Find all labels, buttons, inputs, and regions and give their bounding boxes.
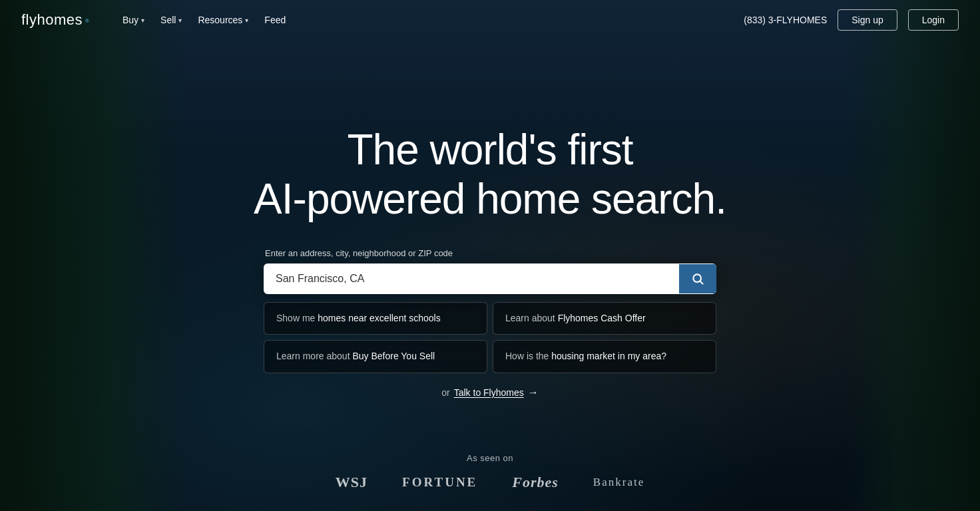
nav-item-buy[interactable]: Buy ▾ (116, 11, 151, 29)
talk-to-flyhomes-link[interactable]: or Talk to Flyhomes → (441, 387, 539, 399)
phone-number: (833) 3-FLYHOMES (744, 15, 827, 25)
search-button[interactable] (679, 264, 716, 293)
signup-button[interactable]: Sign up (838, 9, 897, 31)
nav-item-resources[interactable]: Resources ▾ (191, 11, 255, 29)
suggestion-chips: Show me homes near excellent schools Lea… (264, 302, 716, 373)
suggestion-chip-cash-offer[interactable]: Learn about Flyhomes Cash Offer (493, 302, 716, 335)
search-input[interactable] (264, 263, 679, 294)
search-bar (264, 263, 716, 294)
chip-bbs-highlight: Buy Before You Sell (352, 351, 435, 361)
nav-resources-label: Resources (198, 15, 242, 25)
publication-logos: WSJ FORTUNE Forbes Bankrate (336, 474, 644, 491)
fortune-logo: FORTUNE (402, 475, 477, 490)
logo-registered: ® (85, 18, 89, 24)
hero-line1: The world's first (254, 126, 726, 175)
nav-links: Buy ▾ Sell ▾ Resources ▾ Feed (116, 11, 744, 29)
buy-chevron-icon: ▾ (141, 17, 144, 24)
suggestion-chip-schools[interactable]: Show me homes near excellent schools (264, 302, 487, 335)
forbes-logo: Forbes (512, 474, 559, 491)
search-label: Enter an address, city, neighborhood or … (265, 248, 453, 258)
chip-schools-highlight: homes near excellent schools (318, 313, 440, 323)
logo[interactable]: flyhomes® (21, 11, 89, 29)
chip-cash-prefix: Learn about (505, 313, 558, 323)
as-seen-label: As seen on (467, 453, 513, 463)
chip-housing-prefix: How is the (505, 351, 551, 361)
nav-buy-label: Buy (122, 15, 138, 25)
suggestion-chip-housing-market[interactable]: How is the housing market in my area? (493, 340, 716, 373)
chip-schools-prefix: Show me (276, 313, 318, 323)
chip-bbs-prefix: Learn more about (276, 351, 352, 361)
bankrate-logo: Bankrate (593, 476, 644, 489)
wsj-logo: WSJ (336, 474, 368, 491)
search-section: Enter an address, city, neighborhood or … (264, 248, 716, 399)
sell-chevron-icon: ▾ (178, 17, 182, 24)
hero-section: The world's first AI-powered home search… (0, 0, 980, 511)
chip-cash-highlight: Flyhomes Cash Offer (558, 313, 646, 323)
nav-right: (833) 3-FLYHOMES Sign up Login (744, 9, 959, 31)
suggestion-chip-buy-before-sell[interactable]: Learn more about Buy Before You Sell (264, 340, 487, 373)
chip-housing-highlight: housing market in my area? (551, 351, 666, 361)
nav-item-sell[interactable]: Sell ▾ (154, 11, 188, 29)
talk-link-text: Talk to Flyhomes (454, 387, 524, 398)
nav-feed-label: Feed (264, 15, 286, 25)
nav-item-feed[interactable]: Feed (258, 11, 292, 29)
search-icon (691, 272, 704, 285)
as-seen-on-section: As seen on WSJ FORTUNE Forbes Bankrate (0, 453, 980, 491)
hero-title: The world's first AI-powered home search… (254, 126, 726, 224)
resources-chevron-icon: ▾ (245, 17, 248, 24)
svg-line-1 (700, 281, 703, 283)
talk-arrow-icon: → (528, 387, 539, 399)
talk-or-text: or (441, 387, 449, 398)
hero-line2: AI-powered home search. (254, 175, 726, 224)
logo-text: flyhomes (21, 11, 83, 29)
navbar: flyhomes® Buy ▾ Sell ▾ Resources ▾ Feed … (0, 0, 980, 40)
nav-sell-label: Sell (160, 15, 176, 25)
login-button[interactable]: Login (908, 9, 959, 31)
